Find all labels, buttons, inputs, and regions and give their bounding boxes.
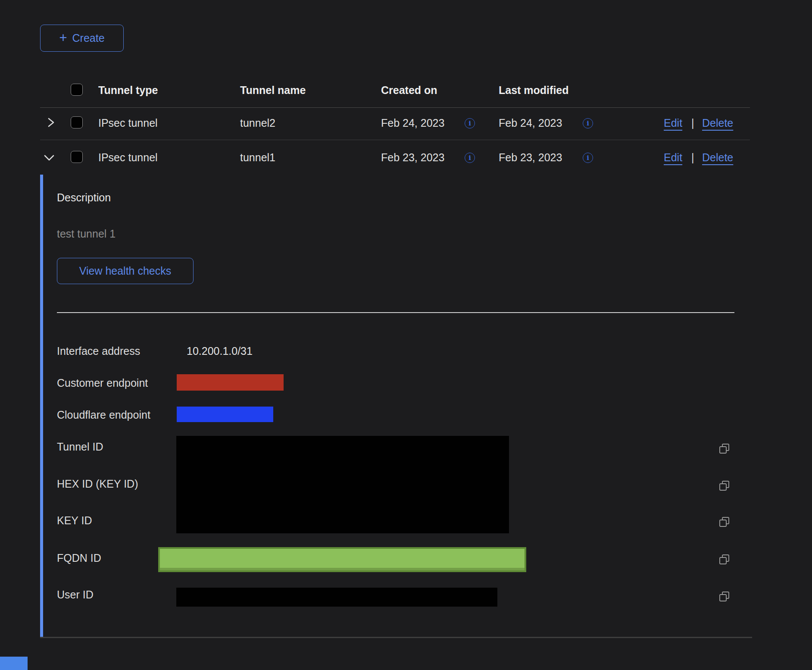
hex-id-label: HEX ID (KEY ID) — [57, 478, 138, 490]
customer-endpoint-label: Customer endpoint — [57, 377, 148, 389]
column-header-created-on: Created on — [381, 84, 437, 97]
cloudflare-endpoint-label: Cloudflare endpoint — [57, 409, 150, 421]
fqdn-id-label: FQDN ID — [57, 552, 101, 564]
info-glyph: i — [468, 119, 471, 127]
column-header-last-modified: Last modified — [499, 84, 569, 97]
tunnel-type-cell: IPsec tunnel — [98, 117, 158, 129]
header-divider — [40, 107, 750, 108]
copy-tunnel-id-button[interactable] — [718, 442, 731, 455]
cloudflare-endpoint-redaction — [177, 407, 273, 422]
chevron-right-icon[interactable] — [45, 117, 56, 130]
chevron-down-glyph — [43, 153, 55, 162]
info-icon[interactable]: i — [465, 153, 475, 163]
bottom-left-blue-indicator — [0, 657, 28, 670]
row-checkbox[interactable] — [71, 116, 83, 128]
last-modified-cell: Feb 23, 2023 — [499, 151, 562, 164]
expanded-row-accent-bar — [40, 175, 43, 637]
copy-icon — [718, 590, 731, 603]
tunnel-name-cell: tunnel1 — [240, 151, 275, 164]
copy-hex-id-button[interactable] — [718, 479, 731, 492]
copy-key-id-button[interactable] — [718, 516, 731, 529]
edit-link[interactable]: Edit — [664, 151, 682, 164]
interface-address-value: 10.200.1.0/31 — [187, 345, 253, 357]
tunnel-name-cell: tunnel2 — [240, 117, 275, 129]
table-bottom-divider — [40, 637, 752, 638]
created-on-cell: Feb 24, 2023 — [381, 117, 444, 129]
interface-address-label: Interface address — [57, 345, 140, 357]
delete-link[interactable]: Delete — [702, 117, 733, 129]
copy-user-id-button[interactable] — [718, 590, 731, 603]
row-checkbox[interactable] — [71, 151, 83, 163]
action-separator: | — [691, 117, 694, 129]
view-health-checks-button[interactable]: View health checks — [57, 258, 194, 284]
select-all-checkbox[interactable] — [71, 84, 83, 96]
key-id-label: KEY ID — [57, 514, 92, 527]
panel-divider — [57, 312, 734, 313]
info-glyph: i — [587, 119, 589, 127]
tunnels-page: + Create Tunnel type Tunnel name Created… — [0, 0, 812, 670]
user-id-redaction — [176, 588, 497, 607]
info-icon[interactable]: i — [583, 153, 593, 163]
customer-endpoint-redaction — [177, 374, 284, 391]
view-health-checks-label: View health checks — [79, 265, 172, 277]
tunnel-type-cell: IPsec tunnel — [98, 151, 158, 164]
copy-icon — [718, 516, 731, 529]
info-glyph: i — [587, 154, 589, 162]
description-value: test tunnel 1 — [57, 228, 116, 240]
copy-fqdn-id-button[interactable] — [718, 553, 731, 566]
info-icon[interactable]: i — [465, 118, 475, 128]
column-header-tunnel-type: Tunnel type — [98, 84, 158, 97]
plus-icon: + — [59, 31, 67, 44]
create-button-label: Create — [72, 32, 105, 44]
edit-link[interactable]: Edit — [664, 117, 682, 129]
chevron-down-icon[interactable] — [43, 153, 55, 164]
action-separator: | — [691, 151, 694, 164]
chevron-right-glyph — [45, 117, 56, 128]
copy-icon — [718, 479, 731, 492]
copy-icon — [718, 442, 731, 455]
description-label: Description — [57, 191, 111, 204]
fqdn-id-redaction — [158, 547, 526, 572]
last-modified-cell: Feb 24, 2023 — [499, 117, 562, 129]
user-id-label: User ID — [57, 589, 94, 601]
created-on-cell: Feb 23, 2023 — [381, 151, 444, 164]
info-glyph: i — [468, 154, 471, 162]
delete-link[interactable]: Delete — [702, 151, 733, 164]
id-group-redaction — [176, 436, 509, 533]
info-icon[interactable]: i — [583, 118, 593, 128]
column-header-tunnel-name: Tunnel name — [240, 84, 306, 97]
copy-icon — [718, 553, 731, 566]
row-divider — [40, 140, 750, 140]
create-button[interactable]: + Create — [40, 25, 124, 52]
tunnel-id-label: Tunnel ID — [57, 441, 103, 453]
